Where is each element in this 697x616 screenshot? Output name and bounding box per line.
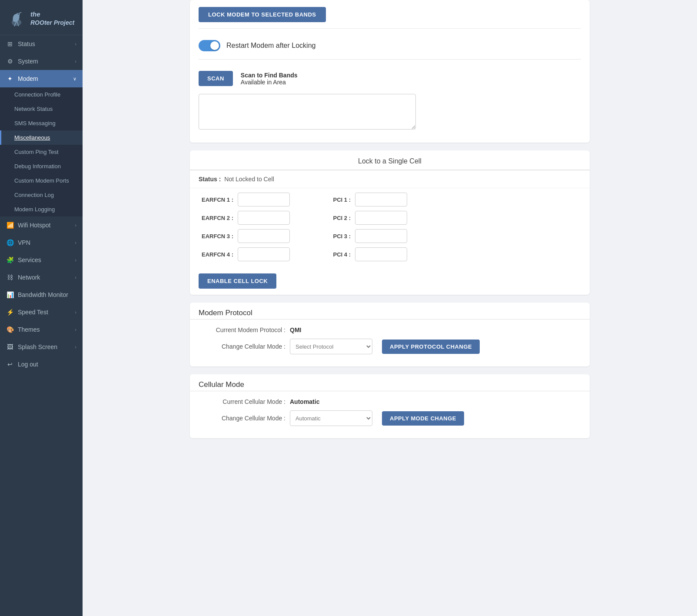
change-mode-label: Change Cellular Mode : (199, 415, 285, 422)
earfcn4-input[interactable] (238, 247, 290, 261)
cell-row-3: EARFCN 3 : PCI 3 : (199, 229, 581, 243)
cell-lock-grid: EARFCN 1 : PCI 1 : EARFCN 2 : PCI 2 : EA (190, 188, 590, 270)
sidebar-item-splash-screen[interactable]: 🖼 Splash Screen › (0, 338, 83, 356)
scan-results-textarea[interactable] (199, 94, 416, 130)
earfcn2-input[interactable] (238, 211, 290, 225)
sidebar-item-speed-test[interactable]: ⚡ Speed Test › (0, 303, 83, 321)
restart-toggle-label: Restart Modem after Locking (226, 42, 315, 50)
current-mode-label: Current Cellular Mode : (199, 398, 285, 405)
cell-row-4: EARFCN 4 : PCI 4 : (199, 247, 581, 261)
sidebar-item-network-status[interactable]: Network Status (0, 102, 83, 116)
cell-status-label: Status : (199, 176, 221, 183)
pci3-input[interactable] (355, 229, 407, 243)
kangaroo-icon (6, 8, 27, 29)
cellular-content: Current Cellular Mode : Automatic Change… (190, 391, 590, 438)
chevron-right-icon: › (75, 344, 76, 350)
modem-protocol-heading: Modem Protocol (190, 303, 590, 319)
cell-row-1: EARFCN 1 : PCI 1 : (199, 193, 581, 206)
sidebar-item-services[interactable]: 🧩 Services › (0, 251, 83, 269)
change-protocol-row: Change Cellular Mode : Select Protocol Q… (199, 339, 581, 354)
cell-status-value: Not Locked to Cell (224, 176, 274, 183)
pci4-input[interactable] (355, 247, 407, 261)
protocol-select[interactable]: Select Protocol QMI MBIM ECM NCM (290, 339, 372, 354)
pci2-label: PCI 2 : (316, 215, 351, 221)
lock-single-cell-section: Lock to a Single Cell Status : Not Locke… (190, 150, 590, 295)
current-protocol-label: Current Modem Protocol : (199, 326, 285, 333)
sidebar-item-wifi-hotspot[interactable]: 📶 Wifi Hotspot › (0, 216, 83, 234)
restart-toggle[interactable] (199, 40, 220, 51)
sidebar-item-modem[interactable]: ✦ Modem ∨ (0, 70, 83, 87)
lock-single-cell-heading: Lock to a Single Cell (190, 150, 590, 170)
chevron-right-icon: › (75, 59, 76, 64)
earfcn3-input[interactable] (238, 229, 290, 243)
sidebar-item-logout[interactable]: ↩ Log out (0, 356, 83, 373)
cell-row-2: EARFCN 2 : PCI 2 : (199, 211, 581, 225)
sidebar-item-custom-modem-ports[interactable]: Custom Modem Ports (0, 173, 83, 188)
current-mode-value: Automatic (290, 398, 319, 405)
sidebar-item-connection-log[interactable]: Connection Log (0, 188, 83, 202)
network-icon: ⛓ (6, 273, 14, 281)
chevron-right-icon: › (75, 310, 76, 315)
star-icon: ✦ (6, 75, 14, 83)
sidebar-item-debug-information[interactable]: Debug Information (0, 159, 83, 173)
sidebar-item-connection-profile[interactable]: Connection Profile (0, 87, 83, 102)
chevron-right-icon: › (75, 275, 76, 280)
chart-icon: 📊 (6, 291, 14, 299)
cellular-mode-heading: Cellular Mode (190, 374, 590, 391)
earfcn1-input[interactable] (238, 193, 290, 206)
enable-cell-lock-button[interactable]: ENABLE CELL LOCK (199, 273, 276, 289)
change-mode-row: Change Cellular Mode : Automatic LTE Onl… (199, 410, 581, 426)
main-content: LOCK MODEM TO SELECTED BANDS Restart Mod… (83, 0, 697, 616)
earfcn1-label: EARFCN 1 : (199, 196, 233, 203)
pci2-input[interactable] (355, 211, 407, 225)
sidebar-item-network[interactable]: ⛓ Network › (0, 269, 83, 286)
current-mode-row: Current Cellular Mode : Automatic (199, 398, 581, 405)
chevron-right-icon: › (75, 223, 76, 228)
sidebar-item-system[interactable]: ⚙ System › (0, 53, 83, 70)
sidebar-item-vpn[interactable]: 🌐 VPN › (0, 234, 83, 251)
svg-point-2 (18, 13, 19, 14)
lock-modem-button[interactable]: LOCK MODEM TO SELECTED BANDS (199, 7, 326, 22)
grid-icon: ⊞ (6, 40, 14, 48)
pci1-label: PCI 1 : (316, 196, 351, 203)
modem-submenu: Connection Profile Network Status SMS Me… (0, 87, 83, 216)
logo-text: the ROOter Project (30, 10, 74, 27)
sidebar: the ROOter Project ⊞ Status › ⚙ System ›… (0, 0, 83, 616)
chevron-right-icon: › (75, 257, 76, 263)
sidebar-item-modem-logging[interactable]: Modem Logging (0, 202, 83, 216)
sidebar-item-status[interactable]: ⊞ Status › (0, 35, 83, 53)
speed-icon: ⚡ (6, 308, 14, 316)
earfcn2-label: EARFCN 2 : (199, 215, 233, 221)
chevron-right-icon: › (75, 240, 76, 245)
logout-icon: ↩ (6, 360, 14, 368)
cell-status-row: Status : Not Locked to Cell (190, 170, 590, 188)
cellular-mode-select[interactable]: Automatic LTE Only 3G Only 2G Only (290, 410, 372, 426)
current-protocol-value: QMI (290, 326, 301, 333)
change-protocol-label: Change Cellular Mode : (199, 343, 285, 350)
pci4-label: PCI 4 : (316, 251, 351, 258)
apply-protocol-button[interactable]: APPLY PROTOCOL CHANGE (382, 340, 480, 354)
puzzle-icon: 🧩 (6, 256, 14, 264)
apply-mode-button[interactable]: APPLY MODE CHANGE (382, 411, 464, 426)
globe-icon: 🌐 (6, 239, 14, 246)
pci1-input[interactable] (355, 193, 407, 206)
pci3-label: PCI 3 : (316, 233, 351, 240)
scan-row: SCAN Scan to Find Bands Available in Are… (199, 64, 581, 90)
sidebar-item-themes[interactable]: 🎨 Themes › (0, 321, 83, 338)
restart-toggle-row: Restart Modem after Locking (199, 35, 581, 55)
themes-icon: 🎨 (6, 326, 14, 333)
earfcn4-label: EARFCN 4 : (199, 251, 233, 258)
scan-description: Scan to Find Bands Available in Area (241, 72, 298, 86)
sidebar-item-sms-messaging[interactable]: SMS Messaging (0, 116, 83, 130)
sidebar-item-custom-ping-test[interactable]: Custom Ping Test (0, 145, 83, 159)
chevron-right-icon: › (75, 41, 76, 47)
splash-icon: 🖼 (6, 343, 14, 351)
cellular-mode-section: Cellular Mode Current Cellular Mode : Au… (190, 374, 590, 438)
wifi-icon: 📶 (6, 221, 14, 229)
chevron-down-icon: ∨ (73, 76, 76, 82)
current-protocol-row: Current Modem Protocol : QMI (199, 326, 581, 333)
sidebar-item-bandwidth-monitor[interactable]: 📊 Bandwidth Monitor (0, 286, 83, 303)
sidebar-item-miscellaneous[interactable]: Miscellaneous (0, 130, 83, 145)
scan-button[interactable]: SCAN (199, 71, 233, 86)
gear-icon: ⚙ (6, 57, 14, 65)
